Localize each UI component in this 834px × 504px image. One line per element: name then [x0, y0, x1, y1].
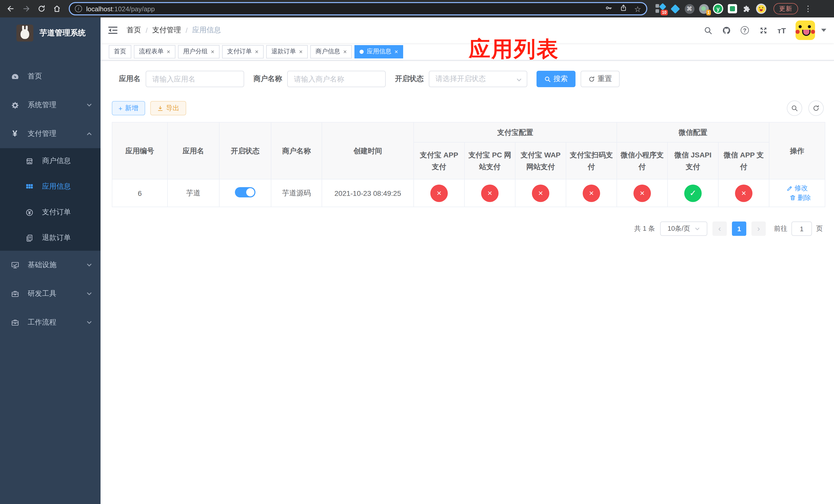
page-1-button[interactable]: 1: [732, 222, 746, 236]
app-logo-row[interactable]: 芋道管理系统: [0, 18, 101, 48]
sidebar-item-home[interactable]: 首页: [0, 62, 101, 91]
tab-process-form[interactable]: 流程表单×: [134, 45, 175, 58]
browser-menu-icon[interactable]: ⋮: [804, 4, 812, 13]
sidebar-item-infra[interactable]: 基础设施: [0, 251, 101, 279]
tab-home[interactable]: 首页: [109, 45, 131, 58]
extension-recorder-icon[interactable]: 1: [699, 4, 709, 14]
github-icon[interactable]: [720, 24, 733, 37]
app-name-label: 应用名: [119, 74, 140, 84]
extension-kite-icon[interactable]: [670, 4, 680, 14]
extension-y-icon[interactable]: y: [713, 4, 723, 14]
cell-app-name: 芋道: [168, 179, 219, 207]
status-select[interactable]: 请选择开启状态: [429, 71, 527, 87]
col-header-actions: 操作: [769, 122, 825, 179]
close-icon[interactable]: ×: [343, 48, 347, 55]
status-cross-icon: ×: [633, 184, 651, 202]
pagination: 共 1 条 10条/页 ‹ 1 › 前往 页: [112, 222, 824, 236]
close-icon[interactable]: ×: [394, 48, 398, 55]
font-size-icon[interactable]: тT: [775, 24, 788, 37]
sidebar-fold-icon[interactable]: [108, 25, 118, 36]
add-button[interactable]: + 新增: [112, 101, 145, 115]
active-dot: [359, 49, 364, 53]
sidebar-item-merchant-info[interactable]: 商户信息: [0, 148, 101, 174]
tab-app-info[interactable]: 应用信息×: [354, 45, 403, 58]
chevron-down-icon: [86, 262, 92, 268]
share-icon[interactable]: [619, 4, 627, 14]
extension-badge: 10: [661, 10, 668, 15]
browser-reload-icon[interactable]: [35, 2, 48, 15]
tab-user-group[interactable]: 用户分组×: [178, 45, 220, 58]
chevron-down-icon: [86, 319, 92, 326]
goto-unit: 页: [816, 224, 823, 233]
close-icon[interactable]: ×: [211, 48, 214, 55]
status-label: 开启状态: [395, 74, 424, 84]
site-info-icon[interactable]: i: [75, 5, 82, 12]
tab-merchant-info[interactable]: 商户信息×: [310, 45, 352, 58]
bookmark-star-icon[interactable]: ☆: [634, 5, 641, 13]
col-header-alipay-app: 支付宝 APP 支付: [414, 142, 464, 179]
search-button[interactable]: 搜索: [536, 71, 575, 87]
goto-page-input[interactable]: [791, 222, 812, 236]
page-size-select[interactable]: 10条/页: [660, 222, 707, 236]
next-page-button[interactable]: ›: [751, 222, 766, 236]
browser-home-icon[interactable]: [50, 2, 64, 15]
sidebar-item-refund-order[interactable]: 退款订单: [0, 225, 101, 251]
yen-circle-icon: [25, 208, 34, 217]
browser-forward-icon[interactable]: [20, 2, 33, 15]
extension-workspace-icon[interactable]: 10: [656, 4, 666, 14]
col-header-merchant: 商户名称: [271, 122, 322, 179]
help-icon[interactable]: ?: [738, 24, 751, 37]
app-name-input[interactable]: [146, 71, 244, 87]
refresh-button[interactable]: [808, 100, 824, 116]
sidebar-item-workflow[interactable]: 工作流程: [0, 308, 101, 337]
extensions-row: 10 ⌘ 1 y 更新 ⋮: [656, 3, 812, 14]
search-form: 应用名 商户名称 开启状态 请选择开启状态 搜索: [112, 71, 824, 87]
gear-icon: [10, 100, 20, 110]
browser-profile-avatar[interactable]: [756, 4, 766, 14]
col-header-status: 开启状态: [219, 122, 271, 179]
sidebar-item-pay[interactable]: ¥ 支付管理: [0, 119, 101, 148]
pagination-total: 共 1 条: [634, 224, 655, 233]
address-bar[interactable]: i localhost:1024/pay/app ☆: [69, 2, 647, 15]
col-header-app-name: 应用名: [168, 122, 219, 179]
breadcrumb-section[interactable]: 支付管理: [152, 26, 181, 35]
col-header-app-id: 应用编号: [112, 122, 168, 179]
col-header-wx-jsapi: 微信 JSAPI 支付: [667, 142, 718, 179]
browser-back-icon[interactable]: [4, 2, 18, 15]
chevron-down-icon: [86, 102, 92, 108]
extensions-puzzle-icon[interactable]: [742, 4, 752, 14]
edit-button[interactable]: 修改: [786, 184, 808, 193]
yen-icon: ¥: [10, 129, 20, 138]
sidebar-item-system[interactable]: 系统管理: [0, 91, 101, 119]
table-row: 6 芋道 芋道源码 2021-10-23 08:49:25 × × × × × …: [112, 179, 825, 207]
close-icon[interactable]: ×: [299, 48, 303, 55]
sidebar-item-app-info[interactable]: 应用信息: [0, 174, 101, 200]
col-header-alipay-wap: 支付宝 WAP 网站支付: [515, 142, 566, 179]
password-key-icon[interactable]: [605, 4, 612, 14]
sidebar-item-dev-tools[interactable]: 研发工具: [0, 279, 101, 308]
fullscreen-icon[interactable]: [756, 24, 770, 37]
breadcrumb-home[interactable]: 首页: [127, 26, 141, 35]
reset-button[interactable]: 重置: [580, 71, 620, 87]
extension-command-icon[interactable]: ⌘: [684, 4, 695, 14]
header-search-icon[interactable]: [701, 24, 715, 37]
merchant-name-input[interactable]: [287, 71, 386, 87]
close-icon[interactable]: ×: [255, 48, 259, 55]
close-icon[interactable]: ×: [167, 48, 170, 55]
sidebar-item-pay-order[interactable]: 支付订单: [0, 200, 101, 225]
tags-view-bar: 首页 流程表单× 用户分组× 支付订单× 退款订单× 商户信息× 应用信息×: [101, 43, 834, 61]
tab-refund-order[interactable]: 退款订单×: [266, 45, 308, 58]
extension-notes-icon[interactable]: [727, 4, 738, 14]
col-header-alipay-qr: 支付宝扫码支付: [566, 142, 617, 179]
status-toggle[interactable]: [235, 187, 256, 198]
avatar-caret-icon[interactable]: [821, 29, 826, 32]
prev-page-button[interactable]: ‹: [712, 222, 727, 236]
storefront-icon: [25, 156, 34, 166]
delete-button[interactable]: 删除: [789, 193, 811, 202]
app-title: 芋道管理系统: [40, 28, 86, 38]
toggle-search-button[interactable]: [787, 100, 802, 116]
tab-pay-order[interactable]: 支付订单×: [222, 45, 264, 58]
browser-update-button[interactable]: 更新: [773, 3, 798, 14]
export-button[interactable]: 导出: [150, 101, 186, 115]
user-avatar[interactable]: [795, 21, 815, 40]
